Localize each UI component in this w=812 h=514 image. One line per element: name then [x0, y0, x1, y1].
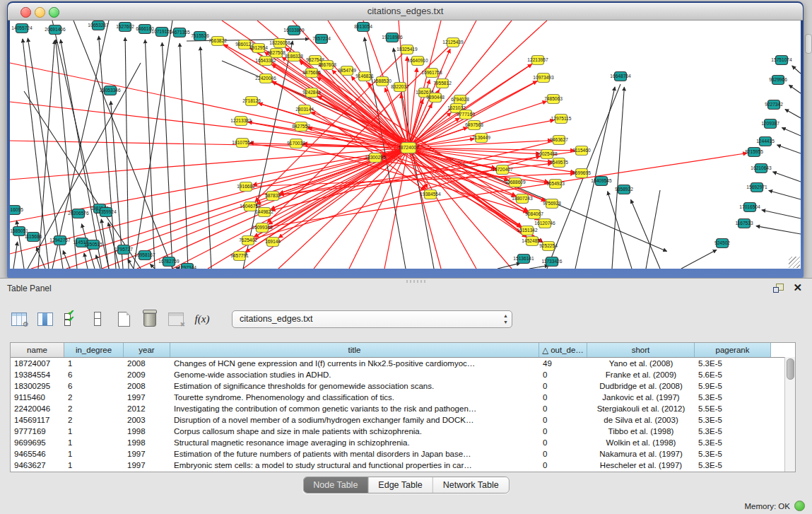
graph-node[interactable]: 169144 [265, 238, 281, 247]
graph-edge-black[interactable] [73, 21, 172, 269]
graph-node[interactable]: 12975115 [551, 115, 572, 124]
column-header-name[interactable]: name [11, 343, 64, 357]
graph-node[interactable]: 14055724 [11, 24, 33, 33]
merge-rows-button[interactable] [88, 310, 107, 328]
graph-node[interactable]: 15136141 [513, 255, 534, 264]
graph-node[interactable]: 10025488 [536, 150, 558, 159]
graph-node[interactable]: 1527602 [116, 23, 134, 32]
graph-node[interactable]: 9463627 [550, 136, 568, 145]
graph-edge-black[interactable] [63, 250, 70, 269]
column-header-pagerank[interactable]: pagerank [695, 343, 771, 357]
graph-hub-node[interactable]: 18724007 [398, 143, 419, 153]
column-header-short[interactable]: short [587, 343, 695, 357]
graph-node[interactable]: 9358922 [615, 185, 633, 194]
graph-node[interactable]: 9699695 [572, 169, 591, 178]
graph-node[interactable]: 9084067 [525, 210, 543, 219]
graph-node[interactable]: 9146821 [355, 72, 374, 81]
graph-node[interactable]: 1115686 [25, 233, 42, 242]
scrollbar-thumb[interactable] [787, 358, 794, 380]
graph-edge-red[interactable] [318, 96, 408, 148]
table-selector-dropdown[interactable]: citations_edges.txt ▲▼ [232, 310, 512, 328]
graph-node[interactable]: 18325419 [396, 45, 418, 54]
graph-edge-red[interactable] [31, 148, 408, 269]
graph-edge-black[interactable] [769, 190, 801, 199]
graph-edge-black[interactable] [762, 210, 801, 218]
graph-edge-black[interactable] [789, 85, 801, 93]
graph-edge-black[interactable] [756, 226, 801, 234]
graph-edge-black[interactable] [180, 43, 188, 269]
graph-node[interactable]: 16210643 [751, 164, 772, 173]
graph-node[interactable]: 9549575 [550, 158, 568, 168]
graph-node[interactable]: 7515526 [191, 32, 209, 41]
memory-ok-indicator-icon[interactable] [794, 501, 805, 511]
tab-edge-table[interactable]: Edge Table [368, 477, 433, 493]
graph-node[interactable]: 16120746 [534, 219, 555, 228]
graph-edge-black[interactable] [150, 264, 155, 269]
graph-node[interactable]: 8322037 [391, 83, 409, 92]
graph-edge-black[interactable] [498, 263, 520, 269]
graph-node[interactable]: 17359924 [95, 208, 117, 217]
delete-table-button[interactable] [141, 310, 159, 328]
graph-node[interactable]: 16151342 [517, 226, 538, 235]
graph-node[interactable]: 16409545 [591, 177, 612, 186]
graph-node[interactable]: 8813054 [354, 23, 372, 32]
graph-node[interactable]: 16640910 [407, 57, 428, 66]
table-row[interactable]: 1938455462009Genome-wide association stu… [11, 369, 795, 380]
table-settings-button[interactable]: ⚙ [10, 310, 28, 328]
column-header-year[interactable]: year [124, 343, 170, 357]
graph-edge-black[interactable] [785, 109, 801, 118]
network-canvas[interactable]: 1405572420691406106532871527602646616010… [10, 21, 801, 269]
float-panel-icon[interactable] [773, 284, 784, 293]
window-titlebar[interactable]: citations_edges.txt [8, 3, 803, 21]
graph-node[interactable]: 12942757 [49, 236, 71, 245]
graph-node[interactable]: 14671355 [169, 28, 190, 37]
graph-node[interactable]: 1167533 [735, 219, 753, 228]
graph-edge-black[interactable] [13, 242, 18, 269]
graph-node[interactable]: 7857224 [312, 35, 331, 44]
graph-node[interactable]: 10688609 [505, 178, 526, 187]
graph-node[interactable]: 9654923 [546, 180, 565, 189]
graph-node[interactable]: 9115460 [572, 146, 591, 156]
window-resize-grip[interactable] [789, 257, 800, 268]
graph-node[interactable]: 18107554 [232, 139, 253, 148]
table-row[interactable]: 1830029562008Estimation of significance … [11, 380, 795, 392]
table-row[interactable]: 1456911722003Disruption of a novel membe… [11, 414, 795, 426]
graph-node[interactable]: 7485063 [544, 95, 563, 104]
graph-node[interactable]: 10958167 [134, 251, 155, 260]
graph-node[interactable]: 16961758 [421, 69, 442, 78]
graph-edge-red[interactable] [408, 148, 512, 269]
column-header-in_degree[interactable]: in_degree [64, 343, 124, 357]
graph-node[interactable]: 9890448 [426, 93, 445, 103]
graph-node[interactable]: 15692971 [746, 183, 767, 192]
outer-scrollbar[interactable] [805, 34, 812, 54]
graph-node[interactable]: 1449822 [255, 208, 273, 217]
table-row[interactable]: 977716911998Corpus callosum shape and si… [11, 426, 795, 437]
graph-node[interactable]: 20691406 [45, 25, 66, 35]
graph-node[interactable]: 6497568 [465, 121, 483, 130]
graph-edge-black[interactable] [608, 192, 632, 269]
graph-node[interactable]: 19218986 [382, 33, 403, 42]
table-row[interactable]: 1872400712008Changes of HCN gene express… [11, 358, 795, 369]
graph-node[interactable]: 7955812 [433, 79, 452, 88]
graph-node[interactable]: 12213957 [527, 56, 548, 65]
graph-edge-black[interactable] [111, 101, 123, 269]
graph-node[interactable]: 6794028 [451, 95, 469, 105]
graph-edge-black[interactable] [529, 265, 548, 269]
graph-node[interactable]: 2136449 [472, 134, 490, 143]
graph-edge-black[interactable] [777, 145, 801, 153]
column-header-out_de[interactable]: △ out_de… [539, 343, 587, 357]
graph-edge-black[interactable] [772, 172, 801, 182]
graph-node[interactable]: 20206576 [68, 209, 89, 218]
graph-node[interactable]: 18807243 [512, 194, 533, 204]
graph-node[interactable]: 9457791 [230, 252, 249, 261]
graph-edge-black[interactable] [782, 128, 801, 136]
graph-edge-black[interactable] [200, 47, 211, 269]
graph-node[interactable]: 9756928 [543, 199, 561, 209]
close-panel-icon[interactable]: ✕ [793, 281, 802, 294]
graph-node[interactable]: 8912954 [249, 44, 268, 53]
graph-node[interactable]: 8215955 [745, 148, 763, 157]
graph-node[interactable]: 10973493 [533, 74, 554, 83]
graph-node[interactable]: 16099348 [252, 223, 273, 233]
graph-edge-black[interactable] [792, 66, 801, 74]
graph-node[interactable]: 9170038 [287, 139, 305, 148]
